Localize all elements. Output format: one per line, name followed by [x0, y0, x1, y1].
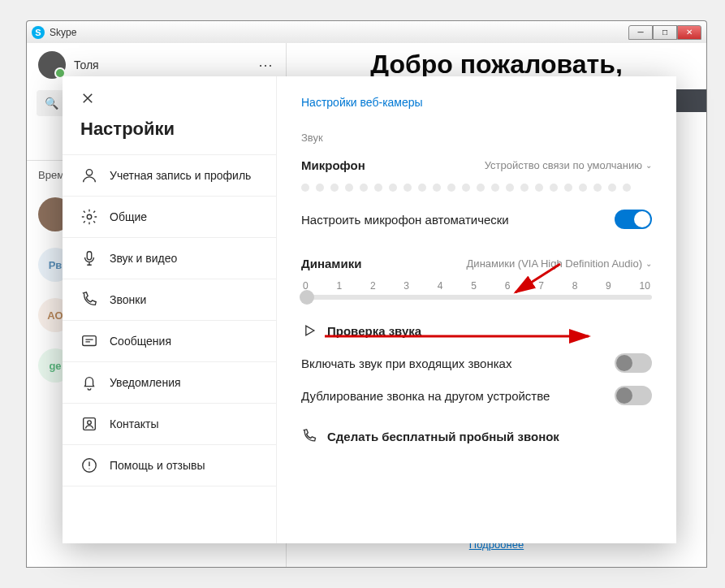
nav-label: Уведомления: [110, 376, 181, 389]
phone-icon: [80, 291, 98, 309]
nav-label: Сообщения: [110, 335, 171, 348]
more-icon[interactable]: ⋯: [258, 56, 274, 74]
profile-name: Толя: [74, 58, 250, 71]
contacts-icon: [80, 415, 98, 433]
close-icon: [80, 91, 95, 106]
speakers-row: Динамики Динамики (VIA High Definition A…: [301, 250, 652, 277]
ring-incoming-toggle[interactable]: [615, 353, 652, 373]
speakers-device-select[interactable]: Динамики (VIA High Definition Audio) ⌄: [467, 257, 652, 270]
chevron-down-icon: ⌄: [645, 161, 652, 170]
minimize-button[interactable]: ─: [628, 25, 653, 40]
duplicate-ring-row: Дублирование звонка на другом устройстве: [301, 379, 652, 412]
settings-nav: Настройки Учетная запись и профиль Общие…: [63, 76, 277, 543]
close-button[interactable]: ✕: [677, 25, 701, 40]
svg-point-1: [87, 214, 92, 219]
nav-help[interactable]: Помощь и отзывы: [63, 444, 276, 486]
microphone-label: Микрофон: [301, 158, 365, 172]
window-controls: ─ □ ✕: [628, 25, 701, 40]
microphone-row: Микрофон Устройство связи по умолчанию ⌄: [301, 152, 652, 179]
user-icon: [80, 166, 98, 184]
auto-mic-toggle[interactable]: [615, 210, 652, 229]
test-call-label: Сделать бесплатный пробный звонок: [327, 430, 559, 443]
settings-content: Настройки веб-камеры Звук Микрофон Устро…: [277, 76, 676, 543]
bell-icon: [80, 374, 98, 391]
speakers-device-name: Динамики (VIA High Definition Audio): [467, 257, 642, 270]
svg-point-0: [86, 170, 92, 175]
message-icon: [80, 332, 98, 350]
nav-label: Помощь и отзывы: [110, 459, 205, 472]
ring-incoming-label: Включать звук при входящих звонках: [301, 357, 511, 370]
nav-audio-video[interactable]: Звук и видео: [63, 237, 276, 279]
auto-mic-label: Настроить микрофон автоматически: [301, 213, 509, 227]
speaker-volume-slider[interactable]: [301, 295, 652, 300]
test-audio-button[interactable]: Проверка звука: [301, 314, 652, 347]
window-title: Skype: [50, 27, 628, 38]
maximize-button[interactable]: □: [653, 25, 677, 40]
microphone-icon: [80, 249, 98, 267]
avatar[interactable]: [38, 51, 66, 79]
nav-notifications[interactable]: Уведомления: [63, 361, 276, 403]
test-audio-label: Проверка звука: [327, 324, 421, 338]
nav-contacts[interactable]: Контакты: [63, 403, 276, 444]
speakers-label: Динамики: [301, 257, 361, 270]
svg-rect-2: [87, 252, 92, 260]
nav-label: Учетная запись и профиль: [110, 169, 251, 182]
help-icon: [80, 456, 98, 474]
nav-label: Контакты: [110, 417, 158, 430]
auto-mic-row: Настроить микрофон автоматически: [301, 203, 652, 236]
svg-point-5: [88, 421, 92, 425]
duplicate-ring-label: Дублирование звонка на другом устройстве: [301, 389, 550, 403]
webcam-settings-link[interactable]: Настройки веб-камеры: [301, 96, 652, 109]
microphone-device-select[interactable]: Устройство связи по умолчанию ⌄: [485, 159, 652, 171]
phone-icon: [301, 428, 317, 444]
speaker-volume-ticks: 012345678910: [301, 277, 652, 293]
sound-section-label: Звук: [301, 132, 652, 144]
nav-messages[interactable]: Сообщения: [63, 320, 276, 361]
microphone-device-name: Устройство связи по умолчанию: [485, 159, 642, 171]
nav-general[interactable]: Общие: [63, 196, 276, 237]
skype-icon: S: [32, 26, 45, 39]
nav-label: Общие: [110, 210, 147, 223]
close-settings-button[interactable]: [63, 76, 276, 115]
microphone-level-meter: [301, 179, 652, 203]
play-icon: [301, 322, 317, 339]
settings-modal: Настройки Учетная запись и профиль Общие…: [63, 76, 676, 543]
ring-incoming-row: Включать звук при входящих звонках: [301, 347, 652, 379]
nav-account[interactable]: Учетная запись и профиль: [63, 154, 276, 196]
gear-icon: [80, 208, 98, 226]
slider-thumb[interactable]: [300, 290, 314, 305]
duplicate-ring-toggle[interactable]: [615, 386, 652, 405]
search-icon: 🔍: [45, 97, 58, 110]
settings-title: Настройки: [63, 115, 276, 154]
test-call-button[interactable]: Сделать бесплатный пробный звонок: [301, 420, 652, 452]
window-titlebar: S Skype ─ □ ✕: [26, 20, 707, 43]
chevron-down-icon: ⌄: [645, 259, 652, 268]
nav-label: Звонки: [110, 293, 146, 306]
nav-label: Звук и видео: [110, 252, 177, 265]
svg-rect-3: [83, 336, 97, 346]
nav-calls[interactable]: Звонки: [63, 279, 276, 320]
